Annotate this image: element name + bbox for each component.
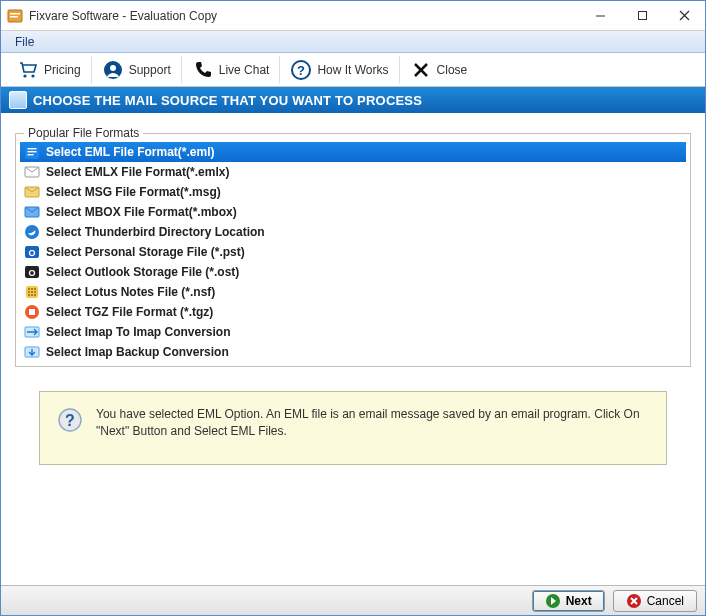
format-item[interactable]: Select Lotus Notes File (*.nsf) bbox=[20, 282, 686, 302]
window-title: Fixvare Software - Evaluation Copy bbox=[29, 9, 579, 23]
svg-point-34 bbox=[28, 294, 30, 296]
footer: Next Cancel bbox=[1, 585, 705, 615]
tgz-icon bbox=[24, 304, 40, 320]
cancel-label: Cancel bbox=[647, 594, 684, 608]
mbox-icon bbox=[24, 204, 40, 220]
svg-rect-4 bbox=[638, 12, 646, 20]
titlebar: Fixvare Software - Evaluation Copy bbox=[1, 1, 705, 31]
svg-point-30 bbox=[34, 288, 36, 290]
ost-icon: O bbox=[24, 264, 40, 280]
pricing-button[interactable]: Pricing bbox=[7, 56, 92, 84]
svg-rect-2 bbox=[10, 16, 18, 18]
cancel-button[interactable]: Cancel bbox=[613, 590, 697, 612]
emlx-icon bbox=[24, 164, 40, 180]
format-item-label: Select EMLX File Format(*.emlx) bbox=[46, 165, 229, 179]
svg-point-22 bbox=[25, 225, 39, 239]
section-header: CHOOSE THE MAIL SOURCE THAT YOU WANT TO … bbox=[1, 87, 705, 113]
svg-point-28 bbox=[28, 288, 30, 290]
content-area: Popular File Formats Select EML File For… bbox=[1, 113, 705, 477]
imap-backup-icon bbox=[24, 344, 40, 360]
live-chat-button[interactable]: Live Chat bbox=[182, 56, 281, 84]
format-item[interactable]: Select MSG File Format(*.msg) bbox=[20, 182, 686, 202]
msg-icon bbox=[24, 184, 40, 200]
format-item-label: Select Thunderbird Directory Location bbox=[46, 225, 265, 239]
svg-point-35 bbox=[31, 294, 33, 296]
minimize-button[interactable] bbox=[579, 1, 621, 30]
how-it-works-button[interactable]: ? How It Works bbox=[280, 56, 399, 84]
svg-point-29 bbox=[31, 288, 33, 290]
file-formats-groupbox: Popular File Formats Select EML File For… bbox=[15, 133, 691, 367]
headset-icon bbox=[102, 59, 124, 81]
maximize-button[interactable] bbox=[621, 1, 663, 30]
toolbar: Pricing Support Live Chat ? How It Works… bbox=[1, 53, 705, 87]
app-icon bbox=[7, 8, 23, 24]
svg-rect-38 bbox=[29, 309, 35, 315]
cart-icon bbox=[17, 59, 39, 81]
info-icon: ? bbox=[58, 408, 82, 432]
format-item[interactable]: Select MBOX File Format(*.mbox) bbox=[20, 202, 686, 222]
svg-rect-16 bbox=[28, 148, 37, 149]
menu-file[interactable]: File bbox=[7, 33, 42, 51]
how-it-works-label: How It Works bbox=[317, 63, 388, 77]
next-arrow-icon bbox=[545, 593, 561, 609]
section-header-icon bbox=[9, 91, 27, 109]
cancel-x-icon bbox=[626, 593, 642, 609]
close-icon bbox=[410, 59, 432, 81]
format-list: Select EML File Format(*.eml)Select EMLX… bbox=[20, 142, 686, 362]
format-item-label: Select Outlook Storage File (*.ost) bbox=[46, 265, 239, 279]
format-item-label: Select Personal Storage File (*.pst) bbox=[46, 245, 245, 259]
svg-point-7 bbox=[23, 74, 26, 77]
format-item-label: Select MSG File Format(*.msg) bbox=[46, 185, 221, 199]
svg-point-33 bbox=[34, 291, 36, 293]
format-item-label: Select Imap To Imap Conversion bbox=[46, 325, 231, 339]
format-item[interactable]: Select Thunderbird Directory Location bbox=[20, 222, 686, 242]
format-item[interactable]: OSelect Personal Storage File (*.pst) bbox=[20, 242, 686, 262]
svg-text:?: ? bbox=[65, 412, 75, 429]
support-button[interactable]: Support bbox=[92, 56, 182, 84]
svg-point-31 bbox=[28, 291, 30, 293]
next-button[interactable]: Next bbox=[532, 590, 605, 612]
svg-text:?: ? bbox=[297, 63, 305, 78]
svg-rect-18 bbox=[28, 154, 34, 155]
format-item-label: Select TGZ File Format (*.tgz) bbox=[46, 305, 213, 319]
svg-point-36 bbox=[34, 294, 36, 296]
phone-icon bbox=[192, 59, 214, 81]
format-item[interactable]: Select Imap To Imap Conversion bbox=[20, 322, 686, 342]
svg-rect-17 bbox=[28, 151, 37, 152]
format-item[interactable]: Select EMLX File Format(*.emlx) bbox=[20, 162, 686, 182]
svg-text:O: O bbox=[28, 248, 35, 258]
format-item[interactable]: OSelect Outlook Storage File (*.ost) bbox=[20, 262, 686, 282]
question-icon: ? bbox=[290, 59, 312, 81]
svg-rect-1 bbox=[10, 13, 20, 15]
pricing-label: Pricing bbox=[44, 63, 81, 77]
next-label: Next bbox=[566, 594, 592, 608]
groupbox-legend: Popular File Formats bbox=[24, 126, 143, 140]
close-window-button[interactable] bbox=[663, 1, 705, 30]
svg-point-8 bbox=[31, 74, 34, 77]
svg-point-32 bbox=[31, 291, 33, 293]
format-item[interactable]: Select EML File Format(*.eml) bbox=[20, 142, 686, 162]
section-header-text: CHOOSE THE MAIL SOURCE THAT YOU WANT TO … bbox=[33, 93, 422, 108]
format-item-label: Select Imap Backup Conversion bbox=[46, 345, 229, 359]
nsf-icon bbox=[24, 284, 40, 300]
menubar: File bbox=[1, 31, 705, 53]
thunderbird-icon bbox=[24, 224, 40, 240]
eml-icon bbox=[24, 144, 40, 160]
format-item[interactable]: Select Imap Backup Conversion bbox=[20, 342, 686, 362]
live-chat-label: Live Chat bbox=[219, 63, 270, 77]
close-label: Close bbox=[437, 63, 468, 77]
format-item-label: Select Lotus Notes File (*.nsf) bbox=[46, 285, 215, 299]
format-item[interactable]: Select TGZ File Format (*.tgz) bbox=[20, 302, 686, 322]
svg-text:O: O bbox=[28, 268, 35, 278]
pst-icon: O bbox=[24, 244, 40, 260]
info-text: You have selected EML Option. An EML fil… bbox=[96, 406, 648, 441]
support-label: Support bbox=[129, 63, 171, 77]
format-item-label: Select MBOX File Format(*.mbox) bbox=[46, 205, 237, 219]
close-button[interactable]: Close bbox=[400, 56, 478, 84]
svg-point-10 bbox=[110, 65, 116, 71]
format-item-label: Select EML File Format(*.eml) bbox=[46, 145, 215, 159]
info-box: ? You have selected EML Option. An EML f… bbox=[39, 391, 667, 465]
imap-icon bbox=[24, 324, 40, 340]
